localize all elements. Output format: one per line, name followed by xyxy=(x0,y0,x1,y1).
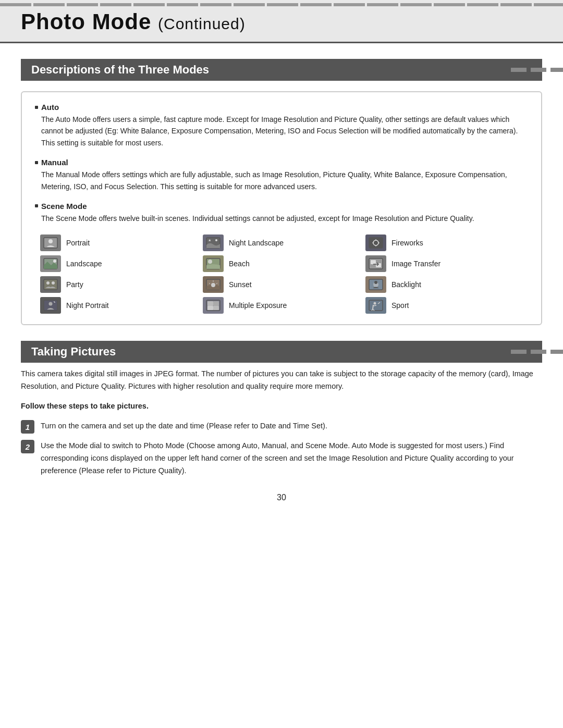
scene-sunset: Sunset xyxy=(203,276,360,293)
manual-bullet xyxy=(35,161,38,164)
svg-rect-34 xyxy=(207,306,213,310)
image-transfer-icon xyxy=(365,255,386,272)
scene-image-transfer: Image Transfer xyxy=(365,255,523,272)
scenes-grid: Portrait Night Landscape xyxy=(35,235,528,314)
continued-label: (Continued) xyxy=(158,15,246,32)
page-title: Photo Mode (Continued) xyxy=(21,9,542,34)
svg-rect-33 xyxy=(213,301,219,306)
auto-mode-section: Auto The Auto Mode offers users a simple… xyxy=(35,103,528,149)
party-label: Party xyxy=(66,280,83,289)
sunset-icon xyxy=(203,276,224,293)
scene-sport: Sport xyxy=(365,297,523,314)
night-landscape-icon xyxy=(203,235,224,251)
svg-point-11 xyxy=(53,260,56,263)
sport-label: Sport xyxy=(391,301,409,310)
beach-icon xyxy=(203,255,224,272)
taking-pictures-section-header: Taking Pictures xyxy=(21,341,542,363)
svg-point-28 xyxy=(374,281,377,284)
auto-bullet xyxy=(35,106,38,109)
landscape-icon xyxy=(40,255,61,272)
svg-point-20 xyxy=(52,281,55,285)
scene-night-landscape: Night Landscape xyxy=(203,235,360,251)
svg-point-3 xyxy=(215,239,217,241)
scene-fireworks: Fireworks xyxy=(365,235,523,251)
steps-title: Follow these steps to take pictures. xyxy=(21,400,542,413)
svg-point-37 xyxy=(374,302,376,305)
descriptions-box: Auto The Auto Mode offers users a simple… xyxy=(21,91,542,325)
scene-night-portrait: Night Portrait xyxy=(40,297,198,314)
backlight-icon xyxy=(365,276,386,293)
scene-multiple: Multiple Exposure xyxy=(203,297,360,314)
scene-landscape: Landscape xyxy=(40,255,198,272)
scene-mode-title: Scene Mode xyxy=(35,202,528,211)
auto-mode-text: The Auto Mode offers users a simple, fas… xyxy=(41,114,528,149)
landscape-label: Landscape xyxy=(66,260,102,268)
auto-mode-title: Auto xyxy=(35,103,528,112)
multiple-icon xyxy=(203,297,224,314)
page-number: 30 xyxy=(0,493,563,513)
fireworks-label: Fireworks xyxy=(391,239,423,247)
manual-mode-text: The Manual Mode offers settings which ar… xyxy=(41,169,528,192)
svg-rect-32 xyxy=(207,301,213,306)
svg-point-13 xyxy=(208,260,212,264)
fireworks-icon xyxy=(365,235,386,251)
descriptions-section-header: Descriptions of the Three Modes xyxy=(21,59,542,81)
scene-backlight: Backlight xyxy=(365,276,523,293)
backlight-label: Backlight xyxy=(391,280,421,289)
portrait-icon xyxy=(40,235,61,251)
manual-mode-title: Manual xyxy=(35,158,528,167)
beach-label: Beach xyxy=(229,260,250,268)
step-2-text: Use the Mode dial to switch to Photo Mod… xyxy=(41,440,542,477)
step-2: 2 Use the Mode dial to switch to Photo M… xyxy=(21,440,542,477)
svg-point-22 xyxy=(211,283,215,287)
night-portrait-icon xyxy=(40,297,61,314)
sport-icon xyxy=(365,297,386,314)
step-1: 1 Turn on the camera and set up the date… xyxy=(21,420,542,434)
svg-point-19 xyxy=(46,281,50,285)
scene-mode-text: The Scene Mode offers twelve built-in sc… xyxy=(41,213,528,224)
sunset-label: Sunset xyxy=(229,280,252,289)
scene-beach: Beach xyxy=(203,255,360,272)
svg-point-30 xyxy=(49,302,53,306)
taking-pictures-intro: This camera takes digital still images i… xyxy=(21,368,542,393)
scene-bullet xyxy=(35,204,38,207)
night-landscape-label: Night Landscape xyxy=(229,239,284,247)
night-portrait-label: Night Portrait xyxy=(66,301,109,310)
svg-rect-15 xyxy=(371,260,376,264)
scene-party: Party xyxy=(40,276,198,293)
page-header: Photo Mode (Continued) xyxy=(0,0,563,43)
portrait-label: Portrait xyxy=(66,239,90,247)
step-1-number: 1 xyxy=(21,420,34,434)
taking-pictures-content: This camera takes digital still images i… xyxy=(0,368,563,477)
image-transfer-label: Image Transfer xyxy=(391,260,440,268)
svg-point-1 xyxy=(48,239,53,243)
svg-rect-35 xyxy=(213,306,219,310)
manual-mode-section: Manual The Manual Mode offers settings w… xyxy=(35,158,528,192)
step-1-text: Turn on the camera and set up the date a… xyxy=(41,420,327,433)
scene-mode-section: Scene Mode The Scene Mode offers twelve … xyxy=(35,202,528,224)
step-2-number: 2 xyxy=(21,440,34,453)
scene-portrait: Portrait xyxy=(40,235,198,251)
multiple-label: Multiple Exposure xyxy=(229,301,287,310)
party-icon xyxy=(40,276,61,293)
